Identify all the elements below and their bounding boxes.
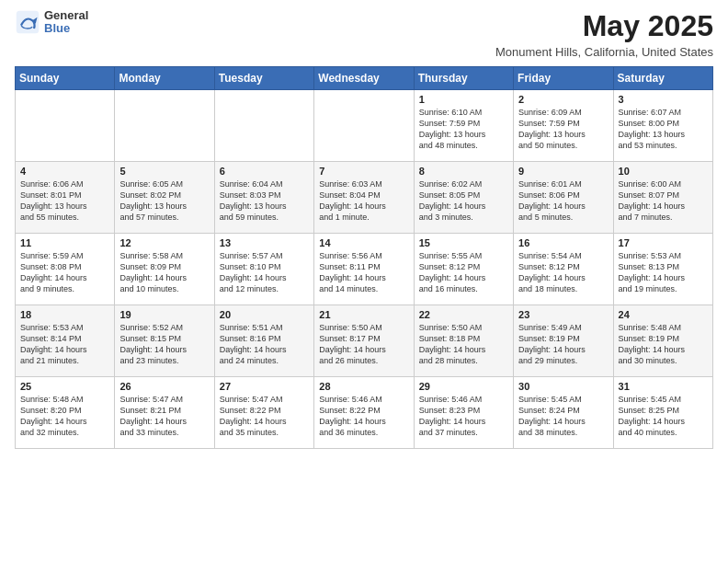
day-number: 4 xyxy=(20,166,109,177)
logo-blue-text: Blue xyxy=(44,22,88,35)
day-number: 24 xyxy=(619,309,708,320)
calendar-day-cell: 11Sunrise: 5:59 AM Sunset: 8:08 PM Dayli… xyxy=(16,234,115,305)
day-cell-content: Sunrise: 5:53 AM Sunset: 8:14 PM Dayligh… xyxy=(20,322,109,367)
day-number: 8 xyxy=(419,166,508,177)
calendar-location: Monument Hills, California, United State… xyxy=(495,45,713,59)
calendar-day-cell: 14Sunrise: 5:56 AM Sunset: 8:11 PM Dayli… xyxy=(314,234,414,305)
calendar-day-cell: 6Sunrise: 6:04 AM Sunset: 8:03 PM Daylig… xyxy=(214,162,313,234)
calendar-day-cell: 26Sunrise: 5:47 AM Sunset: 8:21 PM Dayli… xyxy=(115,377,214,449)
day-cell-content: Sunrise: 5:48 AM Sunset: 8:20 PM Dayligh… xyxy=(20,394,109,439)
day-cell-content: Sunrise: 6:02 AM Sunset: 8:05 PM Dayligh… xyxy=(419,178,508,224)
calendar-week-row: 1Sunrise: 6:10 AM Sunset: 7:59 PM Daylig… xyxy=(16,90,713,162)
day-number: 5 xyxy=(119,166,209,177)
calendar-day-cell: 19Sunrise: 5:52 AM Sunset: 8:15 PM Dayli… xyxy=(115,305,214,377)
day-of-week-header: Monday xyxy=(115,67,214,90)
day-cell-content: Sunrise: 5:50 AM Sunset: 8:18 PM Dayligh… xyxy=(419,322,508,367)
calendar-day-cell: 10Sunrise: 6:00 AM Sunset: 8:07 PM Dayli… xyxy=(613,162,712,234)
calendar-day-cell: 5Sunrise: 6:05 AM Sunset: 8:02 PM Daylig… xyxy=(115,162,214,234)
day-cell-content: Sunrise: 5:52 AM Sunset: 8:15 PM Dayligh… xyxy=(119,322,209,367)
day-cell-content: Sunrise: 5:45 AM Sunset: 8:24 PM Dayligh… xyxy=(518,394,608,439)
calendar-day-cell: 21Sunrise: 5:50 AM Sunset: 8:17 PM Dayli… xyxy=(314,305,414,377)
day-number: 15 xyxy=(419,237,508,248)
calendar-day-cell: 16Sunrise: 5:54 AM Sunset: 8:12 PM Dayli… xyxy=(514,234,613,305)
day-cell-content: Sunrise: 5:46 AM Sunset: 8:23 PM Dayligh… xyxy=(419,394,508,439)
calendar-day-cell: 17Sunrise: 5:53 AM Sunset: 8:13 PM Dayli… xyxy=(613,234,712,305)
day-cell-content: Sunrise: 5:50 AM Sunset: 8:17 PM Dayligh… xyxy=(319,322,408,367)
header: General Blue May 2025 Monument Hills, Ca… xyxy=(15,9,713,59)
calendar-week-row: 25Sunrise: 5:48 AM Sunset: 8:20 PM Dayli… xyxy=(16,377,713,449)
day-number: 28 xyxy=(319,381,408,392)
day-of-week-header: Saturday xyxy=(613,67,712,90)
calendar-day-cell: 23Sunrise: 5:49 AM Sunset: 8:19 PM Dayli… xyxy=(514,305,613,377)
day-cell-content: Sunrise: 6:00 AM Sunset: 8:07 PM Dayligh… xyxy=(619,178,708,224)
day-cell-content: Sunrise: 6:10 AM Sunset: 7:59 PM Dayligh… xyxy=(419,107,508,152)
day-number: 7 xyxy=(319,166,408,177)
day-number: 20 xyxy=(220,309,309,320)
calendar-day-cell: 2Sunrise: 6:09 AM Sunset: 7:59 PM Daylig… xyxy=(514,90,613,162)
day-number: 30 xyxy=(518,381,608,392)
day-of-week-header: Sunday xyxy=(16,67,115,90)
day-number: 16 xyxy=(518,237,608,248)
day-number: 19 xyxy=(119,309,209,320)
day-cell-content: Sunrise: 5:51 AM Sunset: 8:16 PM Dayligh… xyxy=(220,322,309,367)
day-cell-content: Sunrise: 6:04 AM Sunset: 8:03 PM Dayligh… xyxy=(220,178,309,224)
calendar-day-cell: 30Sunrise: 5:45 AM Sunset: 8:24 PM Dayli… xyxy=(514,377,613,449)
day-number: 12 xyxy=(119,237,209,248)
calendar-week-row: 11Sunrise: 5:59 AM Sunset: 8:08 PM Dayli… xyxy=(16,234,713,305)
day-number: 21 xyxy=(319,309,408,320)
calendar-day-cell: 4Sunrise: 6:06 AM Sunset: 8:01 PM Daylig… xyxy=(16,162,115,234)
calendar-day-cell: 8Sunrise: 6:02 AM Sunset: 8:05 PM Daylig… xyxy=(414,162,513,234)
day-number: 26 xyxy=(119,381,209,392)
logo-text: General Blue xyxy=(44,9,88,36)
title-block: May 2025 Monument Hills, California, Uni… xyxy=(495,9,713,59)
calendar-day-cell: 1Sunrise: 6:10 AM Sunset: 7:59 PM Daylig… xyxy=(414,90,513,162)
calendar-day-cell: 18Sunrise: 5:53 AM Sunset: 8:14 PM Dayli… xyxy=(16,305,115,377)
calendar-day-cell: 31Sunrise: 5:45 AM Sunset: 8:25 PM Dayli… xyxy=(613,377,712,449)
day-cell-content: Sunrise: 5:45 AM Sunset: 8:25 PM Dayligh… xyxy=(619,394,708,439)
calendar-day-cell xyxy=(115,90,214,162)
day-cell-content: Sunrise: 5:47 AM Sunset: 8:22 PM Dayligh… xyxy=(220,394,309,439)
day-cell-content: Sunrise: 5:49 AM Sunset: 8:19 PM Dayligh… xyxy=(518,322,608,367)
day-number: 17 xyxy=(619,237,708,248)
day-number: 6 xyxy=(220,166,309,177)
day-number: 3 xyxy=(619,94,708,105)
day-cell-content: Sunrise: 6:05 AM Sunset: 8:02 PM Dayligh… xyxy=(119,178,209,224)
calendar-day-cell: 28Sunrise: 5:46 AM Sunset: 8:22 PM Dayli… xyxy=(314,377,414,449)
calendar-title: May 2025 xyxy=(495,9,713,43)
day-number: 10 xyxy=(619,166,708,177)
calendar-day-cell xyxy=(214,90,313,162)
day-number: 9 xyxy=(518,166,608,177)
day-cell-content: Sunrise: 6:06 AM Sunset: 8:01 PM Dayligh… xyxy=(20,178,109,224)
day-of-week-header: Thursday xyxy=(414,67,513,90)
day-cell-content: Sunrise: 5:48 AM Sunset: 8:19 PM Dayligh… xyxy=(619,322,708,367)
calendar-week-row: 18Sunrise: 5:53 AM Sunset: 8:14 PM Dayli… xyxy=(16,305,713,377)
calendar-day-cell: 25Sunrise: 5:48 AM Sunset: 8:20 PM Dayli… xyxy=(16,377,115,449)
calendar-day-cell: 27Sunrise: 5:47 AM Sunset: 8:22 PM Dayli… xyxy=(214,377,313,449)
calendar-day-cell: 9Sunrise: 6:01 AM Sunset: 8:06 PM Daylig… xyxy=(514,162,613,234)
day-cell-content: Sunrise: 5:47 AM Sunset: 8:21 PM Dayligh… xyxy=(119,394,209,439)
calendar-day-cell: 12Sunrise: 5:58 AM Sunset: 8:09 PM Dayli… xyxy=(115,234,214,305)
calendar-day-cell xyxy=(16,90,115,162)
logo: General Blue xyxy=(15,9,88,36)
calendar-day-cell: 29Sunrise: 5:46 AM Sunset: 8:23 PM Dayli… xyxy=(414,377,513,449)
day-number: 2 xyxy=(518,94,608,105)
calendar-day-cell: 13Sunrise: 5:57 AM Sunset: 8:10 PM Dayli… xyxy=(214,234,313,305)
day-number: 11 xyxy=(20,237,109,248)
logo-general-text: General xyxy=(44,9,88,22)
day-number: 25 xyxy=(20,381,109,392)
page: General Blue May 2025 Monument Hills, Ca… xyxy=(0,0,728,563)
day-cell-content: Sunrise: 6:01 AM Sunset: 8:06 PM Dayligh… xyxy=(518,178,608,224)
day-number: 14 xyxy=(319,237,408,248)
day-number: 22 xyxy=(419,309,508,320)
day-cell-content: Sunrise: 5:59 AM Sunset: 8:08 PM Dayligh… xyxy=(20,250,109,295)
day-number: 1 xyxy=(419,94,508,105)
day-of-week-header: Wednesday xyxy=(314,67,414,90)
day-number: 29 xyxy=(419,381,508,392)
day-of-week-header: Friday xyxy=(514,67,613,90)
day-cell-content: Sunrise: 5:46 AM Sunset: 8:22 PM Dayligh… xyxy=(319,394,408,439)
logo-icon xyxy=(15,9,40,35)
calendar-day-cell: 22Sunrise: 5:50 AM Sunset: 8:18 PM Dayli… xyxy=(414,305,513,377)
day-cell-content: Sunrise: 5:56 AM Sunset: 8:11 PM Dayligh… xyxy=(319,250,408,295)
calendar-week-row: 4Sunrise: 6:06 AM Sunset: 8:01 PM Daylig… xyxy=(16,162,713,234)
day-cell-content: Sunrise: 6:03 AM Sunset: 8:04 PM Dayligh… xyxy=(319,178,408,224)
